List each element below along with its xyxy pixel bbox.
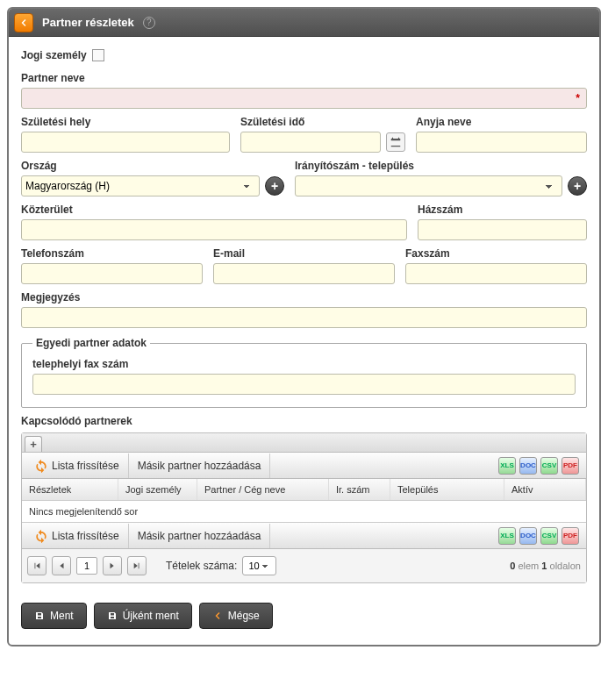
zip-city-select[interactable] [295, 175, 562, 196]
country-select[interactable]: Magyarország (H) [21, 175, 260, 196]
form-body: Jogi személy Partner neve * Születési he… [9, 37, 599, 645]
related-partners-panel: + Lista frissítése Másik partner hozzáad… [21, 432, 587, 583]
save-as-new-label: Újként ment [123, 610, 179, 622]
custom-fax-label: telephelyi fax szám [32, 358, 576, 370]
pager-elem-text: elem [518, 561, 539, 571]
country-label: Ország [21, 160, 284, 172]
email-label: E-mail [213, 247, 395, 260]
pager-count-zero: 0 [510, 561, 515, 571]
refresh-list-button[interactable]: Lista frissítése [25, 454, 129, 478]
export-pdf-icon-bottom[interactable]: PDF [562, 527, 579, 545]
cancel-button[interactable]: Mégse [199, 603, 273, 629]
export-icons-top: XLS DOC CSV PDF [498, 457, 583, 475]
custom-data-legend: Egyedi partner adatok [32, 337, 150, 349]
export-csv-icon[interactable]: CSV [540, 457, 558, 475]
col-details[interactable]: Részletek [22, 479, 118, 500]
col-name[interactable]: Partner / Cég neve [197, 479, 329, 500]
phone-input[interactable] [21, 263, 203, 284]
house-no-input[interactable] [418, 219, 587, 240]
add-tab-button[interactable]: + [25, 436, 42, 452]
add-partner-button[interactable]: Másik partner hozzáadása [129, 454, 271, 478]
export-xls-icon[interactable]: XLS [498, 457, 516, 475]
pager-next-button[interactable] [103, 556, 122, 575]
tab-strip: + [22, 433, 586, 453]
birth-time-input[interactable] [240, 132, 381, 153]
export-pdf-icon[interactable]: PDF [562, 457, 579, 475]
refresh-list-button-bottom[interactable]: Lista frissítése [25, 524, 129, 548]
save-as-new-button[interactable]: Újként ment [94, 603, 192, 629]
add-partner-label-bottom: Másik partner hozzáadása [138, 530, 261, 542]
custom-fax-input[interactable] [32, 374, 576, 395]
pager-count-one: 1 [541, 561, 547, 571]
refresh-list-label-bottom: Lista frissítése [52, 530, 119, 542]
add-partner-button-bottom[interactable]: Másik partner hozzáadása [129, 524, 271, 548]
mother-name-label: Anyja neve [416, 116, 587, 128]
email-input[interactable] [213, 263, 395, 284]
col-zip[interactable]: Ir. szám [329, 479, 390, 500]
partner-details-window: Partner részletek ? Jogi személy Partner… [7, 7, 601, 646]
related-partners-label: Kapcsolódó partnerek [21, 415, 587, 427]
grid-toolbar-bottom: Lista frissítése Másik partner hozzáadás… [22, 523, 586, 549]
window-title: Partner részletek [42, 16, 134, 29]
action-bar: Ment Újként ment Mégse [21, 603, 587, 629]
add-zip-city-button[interactable]: + [568, 176, 587, 196]
export-icons-bottom: XLS DOC CSV PDF [498, 527, 583, 545]
pager-oldalon-text: oldalon [550, 561, 581, 571]
pager-page-input[interactable] [76, 557, 97, 575]
street-input[interactable] [21, 219, 407, 240]
export-csv-icon-bottom[interactable]: CSV [540, 527, 558, 545]
back-button[interactable] [14, 13, 33, 32]
birth-time-label: Születési idő [240, 116, 405, 128]
export-doc-icon-bottom[interactable]: DOC [519, 527, 537, 545]
pager-first-button[interactable] [27, 556, 46, 575]
zip-city-label: Irányítószám - település [295, 160, 587, 172]
custom-data-fieldset: Egyedi partner adatok telephelyi fax szá… [21, 337, 587, 408]
refresh-list-label: Lista frissítése [52, 460, 119, 472]
house-no-label: Házszám [418, 204, 587, 216]
phone-label: Telefonszám [21, 247, 203, 260]
title-bar: Partner részletek ? [9, 9, 599, 37]
fax-input[interactable] [405, 263, 587, 284]
legal-entity-label: Jogi személy [21, 49, 87, 61]
col-city[interactable]: Település [390, 479, 504, 500]
add-partner-label: Másik partner hozzáadása [138, 460, 261, 472]
grid-toolbar-top: Lista frissítése Másik partner hozzáadás… [22, 453, 586, 479]
birth-place-label: Születési hely [21, 116, 230, 128]
save-button[interactable]: Ment [21, 603, 87, 629]
col-legal[interactable]: Jogi személy [118, 479, 197, 500]
fax-label: Faxszám [405, 247, 587, 260]
pager: Tételek száma: 10 0 elem 1 oldalon [22, 549, 586, 582]
export-doc-icon[interactable]: DOC [519, 457, 537, 475]
partner-name-label: Partner neve [21, 72, 587, 84]
pager-items-label: Tételek száma: [166, 560, 237, 572]
birth-place-input[interactable] [21, 132, 230, 153]
pager-page-size-select[interactable]: 10 [242, 556, 276, 575]
grid-empty-row: Nincs megjelenítendő sor [22, 501, 586, 523]
street-label: Közterület [21, 204, 407, 216]
col-active[interactable]: Aktív [504, 479, 586, 500]
add-country-button[interactable]: + [265, 176, 284, 196]
calendar-icon[interactable] [386, 132, 405, 152]
required-icon: * [576, 92, 580, 104]
partner-name-input[interactable] [21, 88, 587, 109]
pager-prev-button[interactable] [52, 556, 71, 575]
cancel-label: Mégse [228, 610, 260, 622]
pager-summary: 0 elem 1 oldalon [510, 561, 581, 571]
help-icon[interactable]: ? [143, 17, 155, 29]
note-input[interactable] [21, 307, 587, 328]
pager-last-button[interactable] [127, 556, 147, 575]
note-label: Megjegyzés [21, 291, 587, 304]
save-label: Ment [50, 610, 74, 622]
legal-entity-checkbox[interactable] [92, 49, 104, 61]
grid-header: Részletek Jogi személy Partner / Cég nev… [22, 479, 586, 501]
mother-name-input[interactable] [416, 132, 587, 153]
export-xls-icon-bottom[interactable]: XLS [498, 527, 516, 545]
